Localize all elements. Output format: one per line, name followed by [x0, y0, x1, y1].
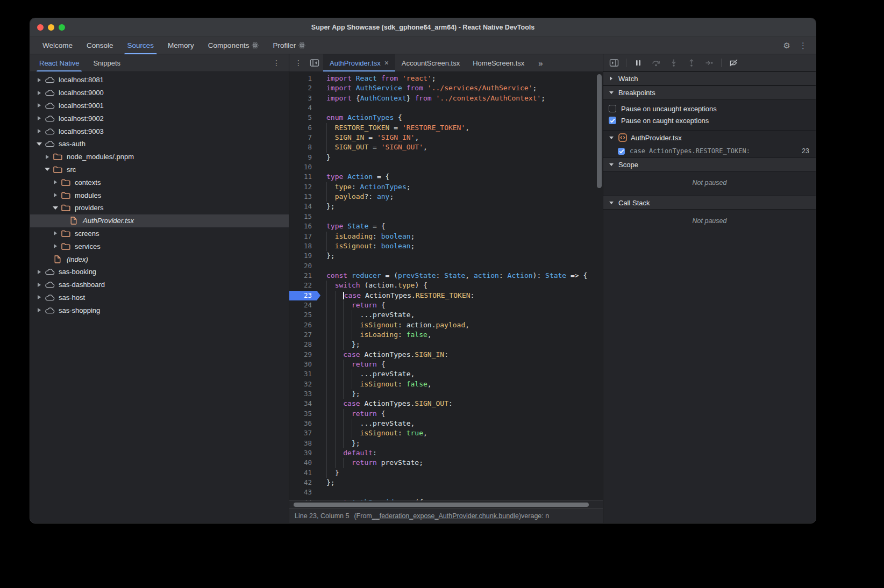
line-number[interactable]: 21 [289, 271, 320, 281]
tree-item-src[interactable]: src [30, 163, 289, 176]
tree-item-node-modules-pnpm[interactable]: node_modules/.pnpm [30, 150, 289, 163]
step-into-icon[interactable] [668, 57, 680, 69]
code-line-35[interactable]: 35return { [289, 409, 603, 419]
line-number[interactable]: 7 [289, 133, 320, 142]
step-over-icon[interactable] [650, 57, 662, 69]
chevron-right-icon[interactable] [35, 78, 43, 82]
line-number[interactable]: 38 [289, 439, 320, 448]
line-number[interactable]: 6 [289, 123, 320, 133]
checkbox-unchecked-icon[interactable] [609, 105, 616, 112]
code-line-42[interactable]: 42}; [289, 478, 603, 487]
line-number[interactable]: 31 [289, 369, 320, 379]
code-line-36[interactable]: 36...prevState, [289, 419, 603, 428]
navigator-kebab-icon[interactable]: ⋮ [266, 54, 287, 71]
code-line-9[interactable]: 9} [289, 153, 603, 162]
tree-item-contexts[interactable]: contexts [30, 176, 289, 189]
editor-tab-authprovider-tsx[interactable]: AuthProvider.tsx× [323, 54, 395, 71]
code-line-28[interactable]: 28}; [289, 340, 603, 349]
line-number[interactable]: 29 [289, 350, 320, 360]
tree-item-localhost-9001[interactable]: localhost:9001 [30, 99, 289, 112]
tree-item-modules[interactable]: modules [30, 189, 289, 202]
tree-item-authprovider-tsx[interactable]: AuthProvider.tsx [30, 214, 289, 227]
line-number[interactable]: 15 [289, 212, 320, 221]
tree-item-services[interactable]: services [30, 240, 289, 253]
close-tab-icon[interactable]: × [384, 59, 389, 67]
close-window-button[interactable] [37, 24, 44, 31]
code-line-3[interactable]: 3import {AuthContext} from '../contexts/… [289, 94, 603, 103]
line-number[interactable]: 35 [289, 409, 320, 419]
chevron-down-icon[interactable] [44, 165, 51, 174]
chevron-right-icon[interactable] [35, 103, 43, 107]
line-number[interactable]: 28 [289, 340, 320, 349]
line-number[interactable]: 18 [289, 241, 320, 251]
code-line-43[interactable]: 43 [289, 487, 603, 497]
line-number[interactable]: 1 [289, 74, 320, 83]
line-number[interactable]: 43 [289, 487, 320, 497]
code-line-7[interactable]: 7SIGN_IN = 'SIGN_IN', [289, 133, 603, 142]
line-number[interactable]: 39 [289, 448, 320, 458]
line-number[interactable]: 2 [289, 83, 320, 93]
scope-section-header[interactable]: Scope [603, 157, 816, 171]
line-number[interactable]: 25 [289, 310, 320, 320]
maximize-window-button[interactable] [59, 24, 65, 31]
line-number[interactable]: 11 [289, 172, 320, 182]
tab-components[interactable]: Components [201, 37, 266, 54]
tab-profiler[interactable]: Profiler [266, 37, 312, 54]
chevron-right-icon[interactable] [35, 91, 43, 95]
code-line-12[interactable]: 12type: ActionTypes; [289, 182, 603, 192]
chevron-right-icon[interactable] [35, 308, 43, 312]
code-line-1[interactable]: 1import React from 'react'; [289, 74, 603, 83]
code-line-37[interactable]: 37isSignout: true, [289, 428, 603, 438]
code-line-15[interactable]: 15 [289, 212, 603, 221]
step-icon[interactable] [703, 57, 715, 69]
breakpoint-line-number[interactable]: 23 [289, 291, 320, 300]
code-line-2[interactable]: 2import AuthService from '../services/Au… [289, 83, 603, 93]
line-number[interactable]: 30 [289, 360, 320, 369]
tree-item-localhost-9003[interactable]: localhost:9003 [30, 125, 289, 138]
chevron-right-icon[interactable] [44, 155, 51, 159]
tab-snippets[interactable]: Snippets [86, 54, 127, 71]
tree-item-screens[interactable]: screens [30, 227, 289, 240]
line-number[interactable]: 16 [289, 221, 320, 231]
code-line-39[interactable]: 39default: [289, 448, 603, 458]
step-out-icon[interactable] [686, 57, 697, 69]
tree-item-providers[interactable]: providers [30, 202, 289, 214]
code-line-40[interactable]: 40return prevState; [289, 458, 603, 468]
line-number[interactable]: 24 [289, 300, 320, 310]
line-number[interactable]: 27 [289, 330, 320, 340]
more-tabs-chevrons[interactable]: » [531, 54, 550, 71]
line-number[interactable]: 36 [289, 419, 320, 428]
line-number[interactable]: 37 [289, 428, 320, 438]
line-number[interactable]: 10 [289, 162, 320, 172]
tab-sources[interactable]: Sources [120, 37, 161, 54]
code-line-23[interactable]: 23case ActionTypes.RESTORE_TOKEN: [289, 291, 603, 300]
chevron-right-icon[interactable] [35, 116, 43, 120]
watch-section-header[interactable]: Watch [603, 71, 816, 85]
breakpoint-entry[interactable]: case ActionTypes.RESTORE_TOKEN:23 [603, 145, 816, 157]
line-number[interactable]: 22 [289, 281, 320, 290]
code-line-11[interactable]: 11type Action = { [289, 172, 603, 182]
line-number[interactable]: 12 [289, 182, 320, 192]
tree-item-sas-dashboard[interactable]: sas-dashboard [30, 278, 289, 291]
line-number[interactable]: 26 [289, 320, 320, 330]
code-line-17[interactable]: 17isLoading: boolean; [289, 232, 603, 241]
tree-item-localhost-9002[interactable]: localhost:9002 [30, 112, 289, 125]
line-number[interactable]: 4 [289, 103, 320, 113]
line-number[interactable]: 32 [289, 379, 320, 389]
code-line-38[interactable]: 38}; [289, 439, 603, 448]
chevron-right-icon[interactable] [35, 283, 43, 287]
option-pause-on-uncaught-exceptions[interactable]: Pause on uncaught exceptions [603, 103, 816, 114]
editor-vertical-scrollbar[interactable] [597, 74, 602, 188]
tab-console[interactable]: Console [80, 37, 120, 54]
line-number[interactable]: 41 [289, 468, 320, 478]
minimize-window-button[interactable] [48, 24, 54, 31]
breakpoint-file-authprovider-tsx[interactable]: AuthProvider.tsx [603, 130, 816, 145]
tab-react-native[interactable]: React Native [32, 54, 86, 71]
hide-navigator-icon[interactable] [306, 54, 323, 71]
breakpoints-section-header[interactable]: Breakpoints [603, 85, 816, 99]
line-number[interactable]: 8 [289, 142, 320, 152]
code-line-16[interactable]: 16type State = { [289, 221, 603, 231]
chevron-down-icon[interactable] [35, 140, 43, 148]
more-options-kebab-icon[interactable]: ⋮ [799, 41, 807, 51]
tree-item-sas-booking[interactable]: sas-booking [30, 266, 289, 278]
